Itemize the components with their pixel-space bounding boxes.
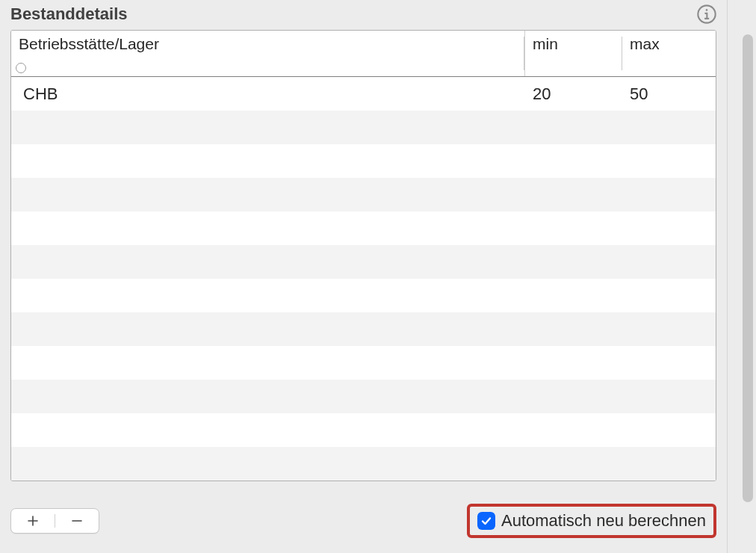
cell-location: CHB — [11, 84, 525, 104]
stock-table: Betriebsstätte/Lager min max CHB 20 50 — [10, 30, 716, 481]
panel-header: Bestanddetails — [0, 0, 727, 30]
auto-recalculate-group: Automatisch neu berechnen — [467, 504, 716, 538]
table-row[interactable] — [11, 245, 716, 279]
table-row[interactable] — [11, 279, 716, 312]
column-min[interactable]: min — [524, 31, 622, 76]
table-body: CHB 20 50 — [11, 77, 716, 481]
svg-point-1 — [706, 9, 708, 11]
sort-indicator-icon[interactable] — [16, 63, 26, 73]
scrollbar-thumb[interactable] — [743, 34, 753, 502]
table-row[interactable]: CHB 20 50 — [11, 77, 716, 111]
table-row[interactable] — [11, 413, 716, 447]
auto-recalculate-label: Automatisch neu berechnen — [501, 511, 706, 531]
info-icon[interactable] — [695, 3, 718, 25]
scrollbar-track[interactable] — [743, 34, 753, 502]
add-remove-group — [10, 508, 99, 534]
table-row[interactable] — [11, 111, 716, 144]
table-row[interactable] — [11, 144, 716, 178]
panel-title: Bestanddetails — [10, 4, 128, 24]
table-row[interactable] — [11, 380, 716, 413]
auto-recalculate-checkbox[interactable] — [477, 512, 495, 530]
column-max[interactable]: max — [622, 31, 716, 76]
table-header: Betriebsstätte/Lager min max — [11, 31, 716, 77]
table-row[interactable] — [11, 211, 716, 245]
column-location[interactable]: Betriebsstätte/Lager — [11, 31, 524, 76]
column-location-label: Betriebsstätte/Lager — [19, 35, 518, 53]
column-max-label: max — [630, 35, 710, 53]
cell-min: 20 — [525, 84, 622, 104]
add-row-button[interactable] — [11, 509, 55, 533]
table-row[interactable] — [11, 312, 716, 346]
table-row[interactable] — [11, 447, 716, 481]
table-row[interactable] — [11, 178, 716, 211]
column-min-label: min — [533, 35, 616, 53]
table-row[interactable] — [11, 346, 716, 380]
stock-details-panel: Bestanddetails Betriebsstätte/Lager min … — [0, 0, 728, 553]
table-toolbar: Automatisch neu berechnen — [10, 504, 716, 538]
remove-row-button[interactable] — [55, 509, 99, 533]
cell-max: 50 — [622, 84, 716, 104]
